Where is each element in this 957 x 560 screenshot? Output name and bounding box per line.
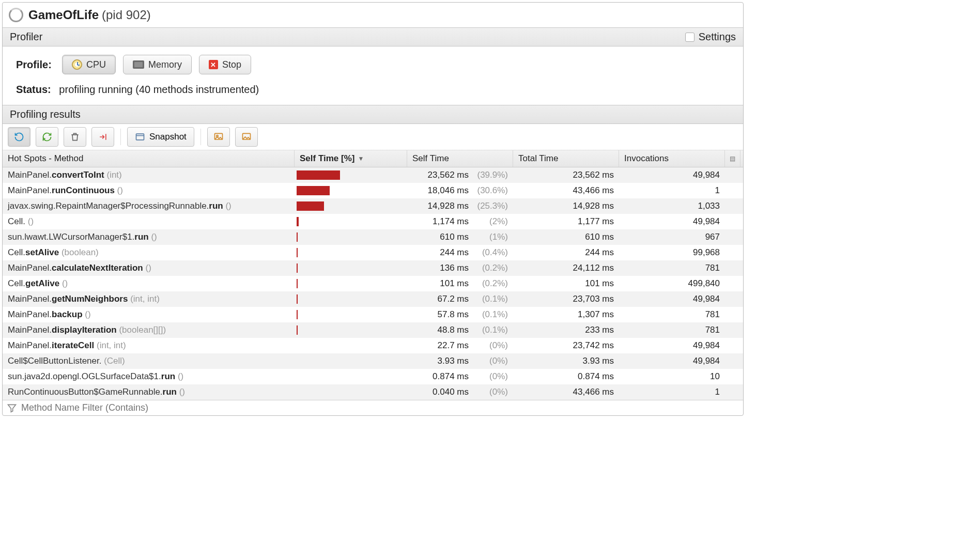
method-args: ()	[25, 216, 34, 226]
method-args: ()	[115, 185, 123, 195]
cpu-button-label: CPU	[86, 59, 106, 70]
table-row[interactable]: MainPanel.iterateCell (int, int)22.7 ms(…	[3, 338, 743, 353]
total-time-cell: 233 ms	[513, 325, 619, 335]
table-row[interactable]: javax.swing.RepaintManager$ProcessingRun…	[3, 198, 743, 214]
table-header: Hot Spots - Method Self Time [%]▼ Self T…	[3, 150, 743, 167]
self-pct-bar	[297, 248, 298, 257]
heap-dump-button[interactable]	[235, 127, 258, 147]
method-cell: sun.lwawt.LWCursorManager$1.run ()	[3, 232, 295, 242]
self-time-cell: 244 ms(0.4%)	[407, 247, 513, 258]
stop-button[interactable]: ✕ Stop	[199, 55, 251, 74]
self-time-cell: 0.040 ms(0%)	[407, 387, 513, 397]
col-total-time[interactable]: Total Time	[513, 150, 619, 167]
method-class: MainPanel.	[8, 170, 52, 180]
cpu-button[interactable]: CPU	[62, 55, 116, 74]
method-class: MainPanel.	[8, 309, 52, 319]
col-invocations[interactable]: Invocations	[619, 150, 725, 167]
invocations-cell: 49,984	[619, 356, 725, 366]
table-row[interactable]: sun.lwawt.LWCursorManager$1.run ()610 ms…	[3, 229, 743, 245]
table-row[interactable]: MainPanel.backup ()57.8 ms(0.1%)1,307 ms…	[3, 307, 743, 322]
live-update-button[interactable]	[8, 127, 30, 147]
method-class: RunContinuousButton$GameRunnable.	[8, 387, 163, 397]
refresh-button[interactable]	[36, 127, 58, 147]
col-self-pct[interactable]: Self Time [%]▼	[295, 150, 407, 167]
method-name: run	[161, 371, 175, 381]
invocations-cell: 967	[619, 232, 725, 242]
self-pct-bar	[297, 170, 340, 180]
method-name: calculateNextIteration	[52, 263, 143, 273]
total-time-cell: 244 ms	[513, 247, 619, 258]
settings-checkbox[interactable]	[685, 33, 694, 42]
tab-settings[interactable]: Settings	[699, 31, 736, 43]
self-time-pct: (0%)	[472, 356, 508, 366]
total-time-cell: 14,928 ms	[513, 201, 619, 211]
export-button[interactable]	[91, 127, 114, 147]
clear-button[interactable]	[64, 127, 86, 147]
picture-icon-2	[241, 132, 252, 142]
self-time-pct: (39.9%)	[472, 170, 508, 180]
invocations-cell: 49,984	[619, 216, 725, 227]
method-args: (int)	[104, 170, 122, 180]
method-cell: Cell$CellButtonListener. (Cell)	[3, 356, 295, 366]
table-row[interactable]: sun.java2d.opengl.OGLSurfaceData$1.run (…	[3, 369, 743, 384]
table-row[interactable]: Cell$CellButtonListener. (Cell)3.93 ms(0…	[3, 353, 743, 369]
self-time-value: 67.2 ms	[412, 294, 469, 304]
self-pct-cell	[295, 370, 407, 383]
spinner-icon	[9, 8, 23, 22]
process-id: (pid 902)	[102, 8, 151, 22]
table-row[interactable]: MainPanel.getNumNeighbors (int, int)67.2…	[3, 291, 743, 307]
self-pct-cell	[295, 385, 407, 399]
col-method[interactable]: Hot Spots - Method	[3, 150, 295, 167]
table-row[interactable]: MainPanel.convertToInt (int)23,562 ms(39…	[3, 167, 743, 183]
tab-profiler[interactable]: Profiler	[10, 31, 42, 43]
sort-desc-icon: ▼	[358, 155, 364, 162]
method-cell: MainPanel.iterateCell (int, int)	[3, 340, 295, 351]
self-time-value: 18,046 ms	[412, 185, 469, 196]
invocations-cell: 781	[619, 309, 725, 320]
table-row[interactable]: Cell.getAlive ()101 ms(0.2%)101 ms499,84…	[3, 276, 743, 291]
self-pct-bar	[297, 294, 298, 304]
table-row[interactable]: Cell. ()1,174 ms(2%)1,177 ms49,984	[3, 214, 743, 229]
memory-button[interactable]: Memory	[123, 55, 192, 74]
table-row[interactable]: MainPanel.calculateNextIteration ()136 m…	[3, 260, 743, 276]
self-time-pct: (0%)	[472, 387, 508, 397]
thread-dump-button[interactable]	[207, 127, 230, 147]
method-args: (int, int)	[94, 340, 126, 350]
col-config[interactable]: ▤	[725, 150, 740, 167]
picture-icon	[213, 132, 224, 142]
self-time-pct: (30.6%)	[472, 185, 508, 196]
table-row[interactable]: Cell.setAlive (boolean)244 ms(0.4%)244 m…	[3, 245, 743, 260]
export-icon	[98, 132, 108, 142]
self-time-pct: (0%)	[472, 371, 508, 382]
profile-controls: Profile: CPU Memory ✕ Stop	[3, 46, 743, 79]
self-pct-bar	[297, 201, 324, 211]
table-row[interactable]: RunContinuousButton$GameRunnable.run ()0…	[3, 384, 743, 400]
method-name: run	[209, 201, 223, 211]
self-time-cell: 101 ms(0.2%)	[407, 278, 513, 289]
status-label: Status:	[16, 84, 51, 95]
self-pct-bar	[297, 232, 298, 242]
self-time-value: 23,562 ms	[412, 170, 469, 180]
method-class: javax.swing.RepaintManager$ProcessingRun…	[8, 201, 209, 211]
snapshot-button[interactable]: Snapshot	[127, 127, 194, 147]
table-body: MainPanel.convertToInt (int)23,562 ms(39…	[3, 167, 743, 400]
chip-icon	[133, 60, 144, 69]
method-class: MainPanel.	[8, 263, 52, 273]
self-pct-bar	[297, 217, 299, 226]
invocations-cell: 1	[619, 185, 725, 196]
results-header: Profiling results	[3, 105, 743, 124]
table-row[interactable]: MainPanel.displayIteration (boolean[][])…	[3, 322, 743, 338]
self-time-value: 610 ms	[412, 232, 469, 242]
columns-config-icon: ▤	[730, 155, 735, 162]
method-args: (boolean[][])	[117, 325, 166, 335]
self-time-pct: (0.1%)	[472, 325, 508, 335]
stop-icon: ✕	[209, 60, 218, 69]
self-pct-cell	[295, 292, 407, 306]
self-time-value: 14,928 ms	[412, 201, 469, 211]
self-pct-bar	[297, 310, 298, 319]
col-self-time[interactable]: Self Time	[407, 150, 513, 167]
self-pct-cell	[295, 184, 407, 197]
method-filter-input[interactable]	[21, 402, 739, 413]
invocations-cell: 49,984	[619, 170, 725, 180]
table-row[interactable]: MainPanel.runContinuous ()18,046 ms(30.6…	[3, 183, 743, 198]
